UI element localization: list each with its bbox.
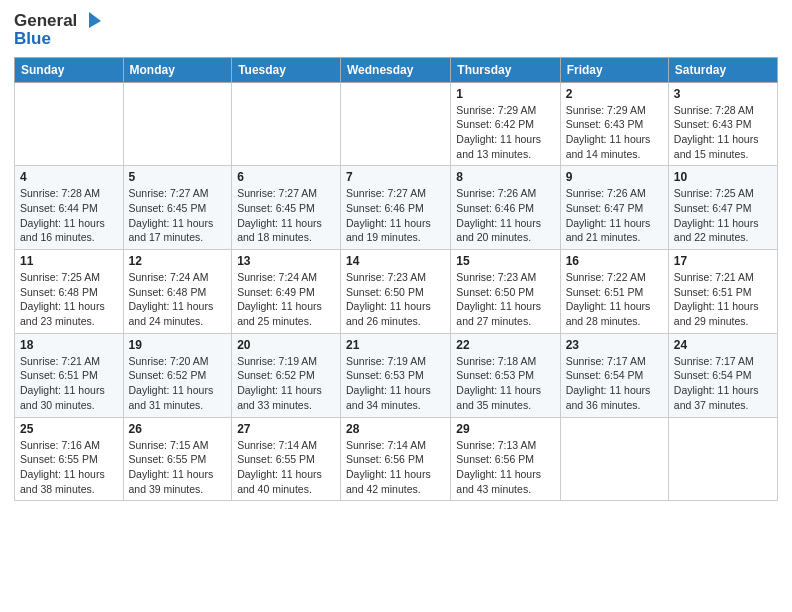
cell-info: Sunrise: 7:18 AM Sunset: 6:53 PM Dayligh… [456,354,554,413]
calendar-cell [15,82,124,166]
calendar-cell: 26Sunrise: 7:15 AM Sunset: 6:55 PM Dayli… [123,417,232,501]
cell-day-number: 20 [237,338,335,352]
cell-info: Sunrise: 7:24 AM Sunset: 6:49 PM Dayligh… [237,270,335,329]
weekday-header-friday: Friday [560,57,668,82]
cell-day-number: 14 [346,254,445,268]
cell-day-number: 23 [566,338,663,352]
cell-day-number: 18 [20,338,118,352]
calendar-cell: 19Sunrise: 7:20 AM Sunset: 6:52 PM Dayli… [123,333,232,417]
week-row-4: 25Sunrise: 7:16 AM Sunset: 6:55 PM Dayli… [15,417,778,501]
calendar-cell: 22Sunrise: 7:18 AM Sunset: 6:53 PM Dayli… [451,333,560,417]
calendar-cell: 9Sunrise: 7:26 AM Sunset: 6:47 PM Daylig… [560,166,668,250]
cell-day-number: 6 [237,170,335,184]
calendar-cell: 1Sunrise: 7:29 AM Sunset: 6:42 PM Daylig… [451,82,560,166]
cell-day-number: 11 [20,254,118,268]
cell-day-number: 10 [674,170,772,184]
calendar-cell: 10Sunrise: 7:25 AM Sunset: 6:47 PM Dayli… [668,166,777,250]
calendar-cell: 4Sunrise: 7:28 AM Sunset: 6:44 PM Daylig… [15,166,124,250]
cell-info: Sunrise: 7:21 AM Sunset: 6:51 PM Dayligh… [674,270,772,329]
calendar-cell: 28Sunrise: 7:14 AM Sunset: 6:56 PM Dayli… [341,417,451,501]
cell-info: Sunrise: 7:20 AM Sunset: 6:52 PM Dayligh… [129,354,227,413]
header: General Blue [14,10,778,49]
calendar-cell [668,417,777,501]
calendar-cell: 18Sunrise: 7:21 AM Sunset: 6:51 PM Dayli… [15,333,124,417]
calendar-cell: 17Sunrise: 7:21 AM Sunset: 6:51 PM Dayli… [668,250,777,334]
cell-info: Sunrise: 7:25 AM Sunset: 6:47 PM Dayligh… [674,186,772,245]
week-row-1: 4Sunrise: 7:28 AM Sunset: 6:44 PM Daylig… [15,166,778,250]
cell-info: Sunrise: 7:17 AM Sunset: 6:54 PM Dayligh… [674,354,772,413]
calendar-cell: 29Sunrise: 7:13 AM Sunset: 6:56 PM Dayli… [451,417,560,501]
calendar-cell [232,82,341,166]
week-row-2: 11Sunrise: 7:25 AM Sunset: 6:48 PM Dayli… [15,250,778,334]
cell-day-number: 13 [237,254,335,268]
cell-day-number: 22 [456,338,554,352]
cell-info: Sunrise: 7:16 AM Sunset: 6:55 PM Dayligh… [20,438,118,497]
cell-day-number: 2 [566,87,663,101]
cell-day-number: 16 [566,254,663,268]
weekday-header-thursday: Thursday [451,57,560,82]
cell-info: Sunrise: 7:27 AM Sunset: 6:45 PM Dayligh… [129,186,227,245]
calendar-body: 1Sunrise: 7:29 AM Sunset: 6:42 PM Daylig… [15,82,778,501]
cell-info: Sunrise: 7:28 AM Sunset: 6:44 PM Dayligh… [20,186,118,245]
calendar-cell: 12Sunrise: 7:24 AM Sunset: 6:48 PM Dayli… [123,250,232,334]
cell-info: Sunrise: 7:25 AM Sunset: 6:48 PM Dayligh… [20,270,118,329]
cell-day-number: 15 [456,254,554,268]
calendar-header: SundayMondayTuesdayWednesdayThursdayFrid… [15,57,778,82]
cell-day-number: 4 [20,170,118,184]
calendar-cell: 7Sunrise: 7:27 AM Sunset: 6:46 PM Daylig… [341,166,451,250]
weekday-header-sunday: Sunday [15,57,124,82]
cell-day-number: 1 [456,87,554,101]
cell-day-number: 7 [346,170,445,184]
calendar-cell: 23Sunrise: 7:17 AM Sunset: 6:54 PM Dayli… [560,333,668,417]
weekday-header-saturday: Saturday [668,57,777,82]
cell-day-number: 28 [346,422,445,436]
cell-info: Sunrise: 7:22 AM Sunset: 6:51 PM Dayligh… [566,270,663,329]
weekday-header-tuesday: Tuesday [232,57,341,82]
calendar-cell: 16Sunrise: 7:22 AM Sunset: 6:51 PM Dayli… [560,250,668,334]
cell-day-number: 12 [129,254,227,268]
cell-info: Sunrise: 7:28 AM Sunset: 6:43 PM Dayligh… [674,103,772,162]
cell-day-number: 8 [456,170,554,184]
calendar-cell: 2Sunrise: 7:29 AM Sunset: 6:43 PM Daylig… [560,82,668,166]
cell-info: Sunrise: 7:26 AM Sunset: 6:46 PM Dayligh… [456,186,554,245]
cell-info: Sunrise: 7:14 AM Sunset: 6:56 PM Dayligh… [346,438,445,497]
cell-info: Sunrise: 7:27 AM Sunset: 6:45 PM Dayligh… [237,186,335,245]
cell-info: Sunrise: 7:27 AM Sunset: 6:46 PM Dayligh… [346,186,445,245]
cell-info: Sunrise: 7:13 AM Sunset: 6:56 PM Dayligh… [456,438,554,497]
cell-day-number: 19 [129,338,227,352]
cell-day-number: 27 [237,422,335,436]
logo-arrow-icon [79,10,101,32]
page: General Blue SundayMondayTuesdayWednesda… [0,0,792,612]
cell-day-number: 25 [20,422,118,436]
calendar-cell: 8Sunrise: 7:26 AM Sunset: 6:46 PM Daylig… [451,166,560,250]
week-row-0: 1Sunrise: 7:29 AM Sunset: 6:42 PM Daylig… [15,82,778,166]
calendar-cell: 13Sunrise: 7:24 AM Sunset: 6:49 PM Dayli… [232,250,341,334]
calendar-cell: 5Sunrise: 7:27 AM Sunset: 6:45 PM Daylig… [123,166,232,250]
weekday-header-wednesday: Wednesday [341,57,451,82]
calendar-cell: 11Sunrise: 7:25 AM Sunset: 6:48 PM Dayli… [15,250,124,334]
calendar-cell: 24Sunrise: 7:17 AM Sunset: 6:54 PM Dayli… [668,333,777,417]
cell-info: Sunrise: 7:17 AM Sunset: 6:54 PM Dayligh… [566,354,663,413]
cell-info: Sunrise: 7:19 AM Sunset: 6:52 PM Dayligh… [237,354,335,413]
cell-day-number: 24 [674,338,772,352]
calendar-cell: 14Sunrise: 7:23 AM Sunset: 6:50 PM Dayli… [341,250,451,334]
cell-day-number: 5 [129,170,227,184]
cell-info: Sunrise: 7:24 AM Sunset: 6:48 PM Dayligh… [129,270,227,329]
calendar-cell: 20Sunrise: 7:19 AM Sunset: 6:52 PM Dayli… [232,333,341,417]
cell-info: Sunrise: 7:14 AM Sunset: 6:55 PM Dayligh… [237,438,335,497]
cell-info: Sunrise: 7:19 AM Sunset: 6:53 PM Dayligh… [346,354,445,413]
cell-day-number: 29 [456,422,554,436]
svg-marker-0 [89,12,101,28]
logo-general-text: General [14,11,77,31]
calendar-cell: 3Sunrise: 7:28 AM Sunset: 6:43 PM Daylig… [668,82,777,166]
calendar-cell: 25Sunrise: 7:16 AM Sunset: 6:55 PM Dayli… [15,417,124,501]
cell-day-number: 26 [129,422,227,436]
cell-info: Sunrise: 7:29 AM Sunset: 6:43 PM Dayligh… [566,103,663,162]
cell-day-number: 9 [566,170,663,184]
logo: General Blue [14,10,101,49]
cell-info: Sunrise: 7:21 AM Sunset: 6:51 PM Dayligh… [20,354,118,413]
calendar-cell: 27Sunrise: 7:14 AM Sunset: 6:55 PM Dayli… [232,417,341,501]
week-row-3: 18Sunrise: 7:21 AM Sunset: 6:51 PM Dayli… [15,333,778,417]
calendar-cell: 6Sunrise: 7:27 AM Sunset: 6:45 PM Daylig… [232,166,341,250]
cell-day-number: 3 [674,87,772,101]
